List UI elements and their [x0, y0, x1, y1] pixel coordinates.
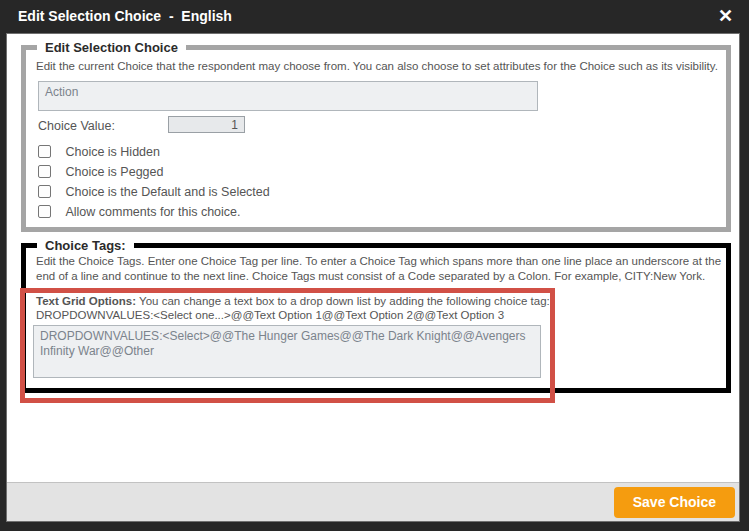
allow-comments-checkbox[interactable]: [38, 205, 51, 218]
checkbox-row-pegged: Choice is Pegged: [38, 162, 163, 177]
text-grid-options-note: Text Grid Options: You can change a text…: [36, 294, 550, 322]
text-grid-options-text: You can change a text box to a drop down…: [136, 295, 550, 307]
choice-pegged-label: Choice is Pegged: [65, 165, 163, 179]
text-grid-options-label: Text Grid Options:: [36, 295, 136, 307]
edit-selection-choice-section: Edit Selection Choice Edit the current C…: [21, 45, 731, 232]
choice-default-label: Choice is the Default and is Selected: [65, 185, 269, 199]
edit-section-description: Edit the current Choice that the respond…: [36, 59, 728, 74]
allow-comments-label: Allow comments for this choice.: [65, 205, 240, 219]
save-choice-button[interactable]: Save Choice: [614, 487, 735, 518]
choice-value-input[interactable]: [168, 116, 245, 133]
choice-value-row: Choice Value:: [38, 116, 115, 134]
dialog-content: Edit Selection Choice Edit the current C…: [6, 33, 740, 522]
edit-selection-choice-dialog: Edit Selection Choice - English ✕ Edit S…: [0, 0, 749, 531]
choice-value-label: Choice Value:: [38, 119, 115, 133]
dialog-title: Edit Selection Choice - English: [18, 0, 232, 32]
checkbox-row-comments: Allow comments for this choice.: [38, 202, 241, 217]
choice-pegged-checkbox[interactable]: [38, 165, 51, 178]
choice-hidden-label: Choice is Hidden: [65, 145, 160, 159]
checkbox-row-default: Choice is the Default and is Selected: [38, 182, 270, 197]
dialog-footer: Save Choice: [7, 482, 739, 521]
dialog-titlebar: Edit Selection Choice - English ✕: [0, 0, 749, 33]
text-grid-options-example: DROPDOWNVALUES:<Select one...>@@Text Opt…: [36, 308, 550, 322]
close-icon[interactable]: ✕: [718, 4, 733, 28]
choice-default-checkbox[interactable]: [38, 185, 51, 198]
choice-tags-description: Edit the Choice Tags. Enter one Choice T…: [36, 254, 726, 284]
choice-tags-input[interactable]: DROPDOWNVALUES:<Select>@@The Hunger Game…: [33, 325, 541, 378]
edit-section-legend: Edit Selection Choice: [37, 40, 186, 55]
checkbox-row-hidden: Choice is Hidden: [38, 142, 160, 157]
choice-tags-section: Choice Tags: Edit the Choice Tags. Enter…: [21, 243, 731, 393]
choice-text-input[interactable]: Action: [38, 81, 538, 111]
choice-hidden-checkbox[interactable]: [38, 145, 51, 158]
choice-tags-legend: Choice Tags:: [37, 238, 134, 253]
